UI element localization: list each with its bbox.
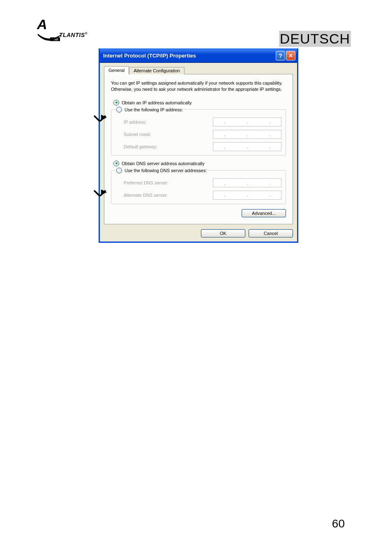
annotation-arrow-icon [101,189,107,195]
annotation-arrow-icon [101,115,107,120]
dns-fieldset: Use the following DNS server addresses: … [111,168,286,204]
radio-icon [113,161,119,166]
radio-icon [116,168,122,173]
cancel-button[interactable]: Cancel [249,229,293,237]
logo-letter: A [37,16,47,32]
description-text: You can get IP settings assigned automat… [111,80,286,92]
alternate-dns-label: Alternate DNS server: [124,193,168,198]
radio-label: Obtain DNS server address automatically [122,161,205,166]
alternate-dns-input[interactable]: ... [213,191,281,200]
tab-general[interactable]: General [104,66,129,74]
tab-strip: General Alternate Configuration [104,66,293,74]
radio-label: Use the following DNS server addresses: [125,168,207,173]
radio-label: Obtain an IP address automatically [122,100,191,105]
close-button[interactable]: ✕ [286,51,295,60]
document-header: A TLANTIS® AND DEUTSCH [0,0,392,47]
radio-icon [113,100,119,106]
use-following-dns-option[interactable]: Use the following DNS server addresses: [116,168,207,173]
preferred-dns-input[interactable]: ... [213,178,281,187]
help-icon: ? [279,53,282,59]
ip-address-label: IP address: [124,120,146,124]
subnet-mask-label: Subnet mask: [124,132,151,137]
advanced-button[interactable]: Advanced... [242,209,286,217]
help-button[interactable]: ? [276,51,285,60]
page-number: 60 [332,517,345,530]
brand-logo: A TLANTIS® AND [45,25,87,41]
registered-mark: ® [85,32,88,35]
dialog-titlebar: Internet Protocol (TCP/IP) Properties ? … [100,48,297,63]
default-gateway-input[interactable]: ... [213,142,281,151]
subnet-mask-input[interactable]: ... [213,130,281,139]
obtain-dns-auto-option[interactable]: Obtain DNS server address automatically [113,161,286,166]
ip-address-input[interactable]: ... [213,117,281,127]
close-icon: ✕ [288,53,293,59]
ok-button[interactable]: OK [201,229,245,237]
radio-label: Use the following IP address: [125,107,183,112]
tab-alternate[interactable]: Alternate Configuration [129,67,184,74]
ip-address-fieldset: Use the following IP address: IP address… [111,107,286,156]
language-heading: DEUTSCH [279,31,351,47]
dialog-title: Internet Protocol (TCP/IP) Properties [103,53,196,59]
use-following-ip-option[interactable]: Use the following IP address: [116,107,183,113]
tcpip-properties-dialog: Internet Protocol (TCP/IP) Properties ? … [99,48,298,243]
logo-swoosh-icon [38,34,67,46]
obtain-ip-auto-option[interactable]: Obtain an IP address automatically [113,100,286,106]
radio-icon [116,107,122,113]
default-gateway-label: Default gateway: [124,144,157,149]
preferred-dns-label: Preferred DNS server: [124,180,168,185]
general-tab-panel: You can get IP settings assigned automat… [104,74,293,224]
